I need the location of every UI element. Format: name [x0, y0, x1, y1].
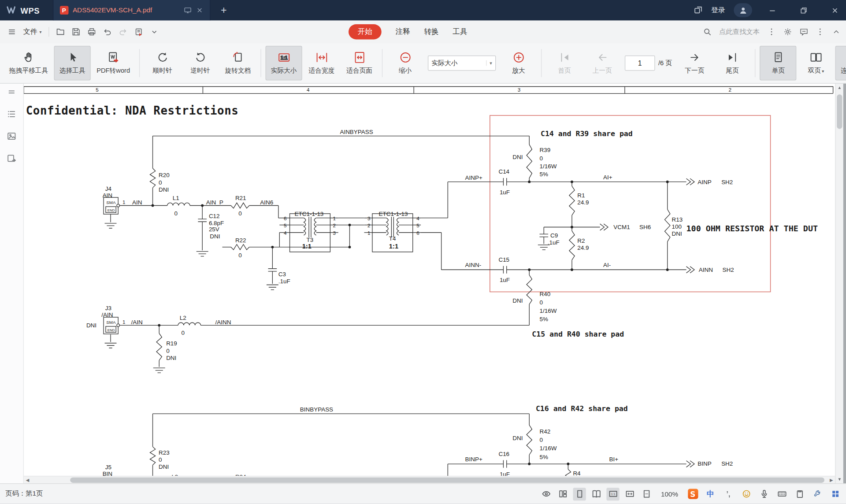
- ribbon-button-hand[interactable]: 拖拽平移工具: [4, 46, 53, 80]
- scroll-left-arrow[interactable]: ◀: [26, 478, 30, 483]
- soft-keyboard-icon[interactable]: [776, 487, 788, 500]
- document-page[interactable]: 5432Confidential: NDA RestrictionsAINBYP…: [24, 84, 835, 476]
- chinese-mode-icon[interactable]: 中: [704, 487, 717, 500]
- save-icon[interactable]: [72, 27, 81, 36]
- menu-tab-工具[interactable]: 工具: [453, 27, 467, 37]
- more-kebab-icon[interactable]: [816, 27, 824, 36]
- scroll-up-arrow[interactable]: ▲: [837, 85, 842, 90]
- feedback-bubble-icon[interactable]: [800, 27, 809, 36]
- sogou-input-icon[interactable]: S: [686, 487, 699, 500]
- schematic-label: R22: [235, 237, 246, 244]
- ribbon-button-word[interactable]: PDF转word: [92, 46, 135, 80]
- vertical-scrollbar[interactable]: ▲ ▼: [835, 84, 843, 483]
- ribbon-button-ccw[interactable]: 逆时针: [182, 46, 219, 80]
- schematic-label: .1uF: [548, 239, 560, 246]
- zoom-level-combobox[interactable]: 实际大小▾: [428, 56, 496, 70]
- ribbon-button-rotdoc[interactable]: 旋转文档: [219, 46, 256, 80]
- app-grid-icon[interactable]: [829, 487, 842, 500]
- ribbon-button-one2one[interactable]: 1:1实际大小: [265, 46, 302, 80]
- schematic-label: L2: [180, 315, 186, 321]
- horizontal-scroll-thumb[interactable]: [70, 478, 824, 483]
- page-number-input[interactable]: [625, 56, 655, 70]
- schematic-canvas[interactable]: 5432Confidential: NDA RestrictionsAINBYP…: [24, 84, 835, 476]
- thumbnail-view-icon[interactable]: [556, 487, 569, 500]
- minimize-button[interactable]: [761, 0, 783, 21]
- ribbon-button-continuous[interactable]: 连续阅读: [835, 46, 846, 80]
- file-menu[interactable]: 文件▾: [23, 27, 42, 37]
- schematic-label: C16: [498, 451, 509, 457]
- monitor-icon[interactable]: [184, 7, 191, 14]
- menu-tab-注释[interactable]: 注释: [396, 27, 410, 37]
- new-tab-button[interactable]: +: [217, 3, 231, 17]
- minip-icon: [642, 489, 651, 499]
- print-icon[interactable]: [87, 27, 96, 36]
- schematic-label: 1/16W: [539, 163, 557, 170]
- ribbon-button-single[interactable]: 单页: [760, 46, 797, 80]
- page-number-label: 页码：第1页: [0, 489, 43, 499]
- miniw-icon: [625, 489, 634, 499]
- document-tab[interactable]: P ADS5402EVM-SCH_A.pdf: [53, 0, 211, 21]
- sidebar-thumbnails-icon[interactable]: [7, 131, 17, 141]
- zoom-level-label[interactable]: 100%: [661, 490, 678, 497]
- hamburger-menu-icon[interactable]: [7, 27, 16, 36]
- microphone-icon[interactable]: [757, 487, 770, 500]
- schematic-label: 5: [284, 222, 286, 228]
- ribbon-button-double[interactable]: 双页▾: [798, 46, 834, 80]
- export-icon[interactable]: [134, 27, 143, 36]
- scroll-right-arrow[interactable]: ▶: [830, 478, 833, 483]
- sidebar-panel-handle-icon[interactable]: [7, 87, 17, 97]
- ribbon-button-last[interactable]: 尾页: [714, 46, 750, 80]
- scroll-down-arrow[interactable]: ▼: [837, 477, 842, 482]
- close-button[interactable]: [824, 0, 846, 21]
- dock-window-icon[interactable]: [694, 6, 703, 15]
- schematic-label: AIN_P: [206, 199, 223, 206]
- zoomout-icon: [398, 51, 412, 64]
- book-view-icon[interactable]: [590, 487, 602, 500]
- schematic-label: 5%: [539, 171, 548, 178]
- undo-icon[interactable]: [103, 27, 112, 36]
- gear-icon[interactable]: [783, 27, 792, 36]
- emoji-icon[interactable]: [740, 487, 753, 500]
- sidebar-outline-icon[interactable]: [7, 109, 17, 119]
- ribbon-button-next[interactable]: 下一页: [676, 46, 713, 80]
- open-folder-icon[interactable]: [56, 27, 65, 36]
- search-placeholder-text[interactable]: 点此查找文本: [719, 27, 760, 37]
- schematic-label: DNI: [210, 233, 220, 240]
- ribbon-button-zoomin[interactable]: 放大: [500, 46, 537, 80]
- actual-size-mini-icon[interactable]: 1:1: [606, 487, 619, 500]
- ribbon-button-cursor[interactable]: 选择工具: [54, 46, 90, 80]
- vertical-scroll-thumb[interactable]: [837, 94, 842, 129]
- ribbon-button-fitw[interactable]: 适合宽度: [303, 46, 340, 80]
- schematic-label: 1/16W: [539, 445, 557, 452]
- clipboard-icon[interactable]: [793, 487, 806, 500]
- single-page-view-icon[interactable]: [573, 487, 586, 500]
- ribbon-button-zoomout[interactable]: 缩小: [387, 46, 423, 80]
- tab-close-icon[interactable]: [196, 7, 203, 14]
- toolbar-more-caret-icon[interactable]: [150, 27, 159, 36]
- ribbon-button-fitp[interactable]: 适合页面: [341, 46, 378, 80]
- avatar[interactable]: [734, 3, 752, 17]
- preview-eye-icon[interactable]: [540, 487, 553, 500]
- schematic-label: C9: [550, 232, 558, 239]
- punctuation-icon[interactable]: ’,: [722, 487, 735, 500]
- schematic-label: 0: [181, 330, 184, 336]
- search-more-kebab-icon[interactable]: [767, 27, 776, 36]
- wps-logo[interactable]: WPS: [0, 6, 47, 15]
- fit-width-mini-icon[interactable]: [623, 487, 636, 500]
- login-label[interactable]: 登录: [711, 5, 725, 15]
- restore-button[interactable]: [792, 0, 815, 21]
- fit-page-mini-icon[interactable]: [640, 487, 653, 500]
- schematic-label: VCM1: [613, 224, 630, 230]
- schematic-label: 0: [174, 210, 178, 217]
- schematic-label: R2: [577, 237, 585, 244]
- search-icon[interactable]: [703, 27, 712, 36]
- ribbon-button-cw[interactable]: 顺时针: [144, 46, 181, 80]
- menu-tab-转换[interactable]: 转换: [424, 27, 438, 37]
- collapse-ribbon-icon[interactable]: [832, 27, 841, 36]
- first-icon: [558, 51, 571, 64]
- menu-tab-开始[interactable]: 开始: [349, 24, 382, 39]
- sidebar-snapshot-icon[interactable]: [7, 153, 17, 163]
- schematic-label: ETC1-1-13: [379, 211, 408, 217]
- toolbox-icon[interactable]: [811, 487, 824, 500]
- horizontal-scrollbar[interactable]: ◀ ▶: [24, 476, 835, 484]
